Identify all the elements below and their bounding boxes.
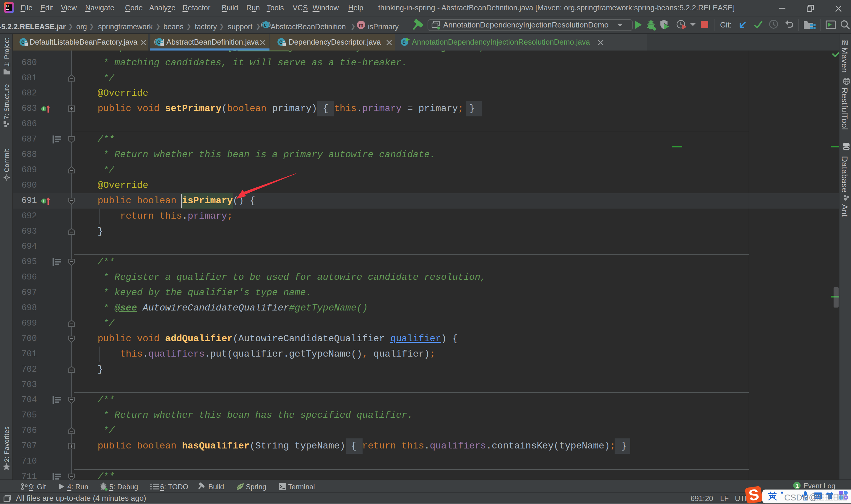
svg-text:1: 1 — [796, 483, 799, 489]
svg-text:C: C — [21, 40, 24, 46]
svg-text:C: C — [402, 40, 406, 46]
svg-text:C: C — [279, 40, 283, 46]
svg-text:C: C — [157, 40, 160, 46]
svg-text:m: m — [359, 22, 363, 28]
svg-text:C: C — [264, 23, 267, 29]
svg-text:IJ: IJ — [6, 5, 8, 8]
